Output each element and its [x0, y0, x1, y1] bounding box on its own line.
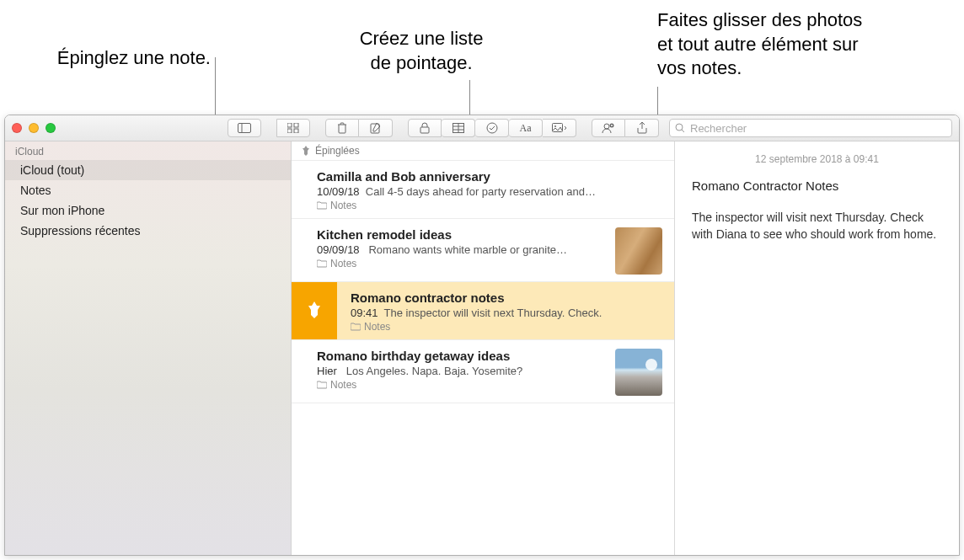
note-item[interactable]: Kitchen remodel ideas 09/09/18 Romano wa… [292, 219, 674, 282]
svg-rect-0 [238, 124, 251, 133]
close-window-button[interactable] [12, 123, 22, 133]
sidebar-item-on-my-iphone[interactable]: Sur mon iPhone [5, 200, 291, 221]
zoom-window-button[interactable] [46, 123, 56, 133]
notes-window: Aa iCloud iCloud (tout) Notes Sur mon [4, 115, 960, 556]
note-date: 10/09/18 [317, 185, 360, 198]
callout-checklist: Créez une listede pointage. [337, 27, 506, 75]
note-snippet: Romano wants white marble or granite… [368, 243, 567, 256]
note-title: Romano birthday getaway ideas [317, 349, 607, 363]
editor-body: The inspector will visit next Thursday. … [692, 210, 942, 243]
note-title: Camilla and Bob anniversary [317, 169, 662, 184]
folder-icon [317, 259, 327, 268]
sidebar-item-label: Notes [20, 184, 51, 197]
folder-icon [317, 201, 327, 210]
svg-point-12 [487, 123, 497, 133]
note-item-selected[interactable]: Romano contractor notes 09:41 The inspec… [292, 282, 674, 340]
svg-rect-4 [287, 129, 292, 133]
titlebar: Aa [5, 115, 959, 141]
new-note-button[interactable] [359, 119, 393, 137]
editor-title: Romano Contractor Notes [692, 179, 942, 193]
note-item[interactable]: Camilla and Bob anniversary 10/09/18 Cal… [292, 161, 674, 219]
note-snippet: Los Angeles. Napa. Baja. Yosemite? [346, 365, 523, 377]
note-folder-label: Notes [330, 258, 356, 269]
pinned-label: Épinglées [315, 145, 360, 157]
search-input[interactable] [690, 122, 946, 135]
list-view-button[interactable] [276, 119, 310, 137]
sidebar: iCloud iCloud (tout) Notes Sur mon iPhon… [5, 141, 292, 555]
notes-list: Épinglées Camilla and Bob anniversary 10… [292, 141, 675, 555]
delete-note-button[interactable] [325, 119, 359, 137]
sidebar-item-recently-deleted[interactable]: Suppressions récentes [5, 221, 291, 241]
note-thumbnail [615, 349, 662, 396]
folder-icon [317, 381, 327, 389]
lock-note-button[interactable] [408, 119, 442, 137]
note-title: Kitchen remodel ideas [317, 227, 607, 242]
pin-swipe-action[interactable] [292, 282, 337, 339]
svg-line-18 [682, 130, 684, 132]
note-folder-label: Notes [364, 321, 390, 333]
svg-rect-3 [294, 123, 298, 127]
media-button[interactable] [543, 119, 576, 137]
note-folder-label: Notes [330, 200, 356, 211]
note-folder-label: Notes [330, 379, 356, 391]
table-button[interactable] [442, 119, 475, 137]
note-timestamp: 12 septembre 2018 à 09:41 [692, 153, 942, 165]
note-date: Hier [317, 365, 337, 377]
note-snippet: Call 4-5 days ahead for party reservatio… [366, 185, 596, 198]
share-button[interactable] [625, 119, 659, 137]
svg-rect-7 [420, 127, 429, 133]
sidebar-item-label: iCloud (tout) [20, 163, 84, 177]
svg-rect-2 [287, 123, 292, 127]
note-snippet: The inspector will visit next Thursday. … [384, 307, 602, 319]
sidebar-item-notes[interactable]: Notes [5, 180, 291, 200]
search-icon [675, 123, 685, 133]
minimize-window-button[interactable] [29, 123, 39, 133]
sidebar-section-header: iCloud [5, 141, 291, 160]
sidebar-item-icloud-all[interactable]: iCloud (tout) [5, 160, 291, 180]
folder-icon [351, 323, 361, 331]
pushpin-icon [305, 300, 324, 322]
note-thumbnail [615, 227, 662, 275]
svg-rect-5 [294, 129, 298, 133]
note-title: Romano contractor notes [351, 291, 662, 305]
search-field[interactable] [669, 119, 952, 137]
sidebar-item-label: Sur mon iPhone [20, 204, 104, 217]
collaborate-button[interactable] [592, 119, 625, 137]
callout-drag: Faites glisser des photoset tout autre é… [657, 8, 944, 81]
pushpin-icon [302, 146, 310, 156]
window-controls [12, 123, 56, 133]
format-button[interactable]: Aa [509, 119, 543, 137]
pinned-section-header: Épinglées [292, 141, 674, 161]
sidebar-item-label: Suppressions récentes [20, 224, 140, 237]
svg-point-17 [676, 124, 683, 131]
note-item[interactable]: Romano birthday getaway ideas Hier Los A… [292, 340, 674, 403]
svg-point-15 [604, 124, 609, 129]
note-editor[interactable]: 12 septembre 2018 à 09:41 Romano Contrac… [675, 141, 959, 555]
callout-pin: Épinglez une note. [25, 46, 211, 71]
note-date: 09:41 [351, 307, 378, 319]
svg-point-14 [554, 125, 556, 127]
toggle-sidebar-button[interactable] [228, 119, 261, 137]
checklist-button[interactable] [475, 119, 509, 137]
note-date: 09/09/18 [317, 243, 360, 256]
